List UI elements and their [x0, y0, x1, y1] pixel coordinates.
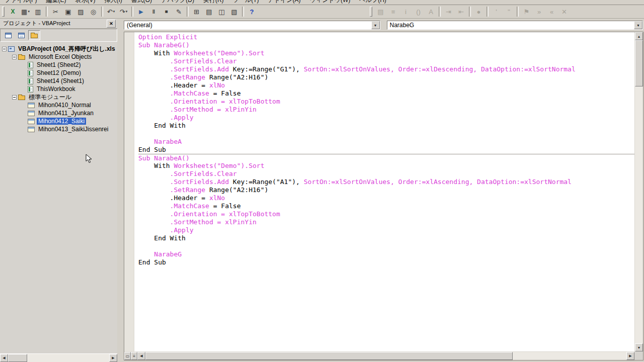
- toolbox-icon[interactable]: ▧: [228, 6, 240, 17]
- scrollbar-track[interactable]: [635, 86, 643, 343]
- tree-item[interactable]: VBAProject (004_再帰呼び出し.xls: [0, 45, 117, 53]
- margin-indicator-bar: [124, 32, 134, 351]
- horizontal-scrollbar[interactable]: ▭ ≡ ◀ ▶: [124, 351, 634, 360]
- collapse-expander-icon[interactable]: [12, 55, 17, 59]
- procedure-view-button[interactable]: ▭: [124, 352, 131, 360]
- help-icon[interactable]: ?: [246, 6, 258, 17]
- menu-item[interactable]: ウィンドウ(W): [305, 0, 355, 5]
- procedure-dropdown-value: NarabeG: [387, 22, 634, 29]
- tree-item[interactable]: Microsoft Excel Objects: [0, 53, 117, 61]
- tree-item[interactable]: Sheet14 (Sheet1): [0, 77, 117, 85]
- scroll-up-button[interactable]: ▲: [635, 32, 643, 40]
- project-horizontal-scrollbar[interactable]: ◀ ▶: [0, 353, 117, 362]
- undo-icon[interactable]: ↶▾: [105, 6, 117, 17]
- code-editor[interactable]: Option ExplicitSub NarabeG() With Worksh…: [134, 32, 634, 351]
- toggle-breakpoint-icon[interactable]: ●: [473, 6, 485, 17]
- full-module-view-button[interactable]: ≡: [131, 352, 137, 360]
- code-line: .SortFields.Clear: [138, 170, 634, 178]
- code-line: .Header = xlNo: [138, 81, 634, 89]
- parameter-info-icon[interactable]: (): [413, 6, 424, 17]
- toolbar-grip[interactable]: [370, 7, 372, 17]
- view-microsoft-excel-icon[interactable]: X: [7, 6, 19, 17]
- quick-info-icon[interactable]: i: [400, 6, 412, 17]
- scroll-left-button[interactable]: ◀: [0, 354, 8, 362]
- menu-item[interactable]: 挿入(I): [100, 0, 126, 5]
- menu-item[interactable]: 編集(E): [41, 0, 70, 5]
- scrollbar-track[interactable]: [8, 354, 109, 362]
- scrollbar-thumb[interactable]: [635, 40, 643, 86]
- code-line: Sub NarabeA(): [138, 154, 634, 162]
- scroll-right-button[interactable]: ▶: [109, 354, 117, 362]
- vertical-scrollbar[interactable]: ▲ ▼: [634, 32, 643, 351]
- toolbar-separator: [487, 7, 489, 17]
- redo-icon[interactable]: ↷▾: [118, 6, 129, 17]
- menu-item[interactable]: ファイル(F): [0, 0, 41, 5]
- insert-userform-icon[interactable]: ▦▾: [20, 6, 31, 17]
- previous-bookmark-icon[interactable]: «: [546, 6, 557, 17]
- view-object-button[interactable]: [15, 30, 27, 40]
- menu-item[interactable]: 書式(O): [127, 0, 156, 5]
- object-browser-icon[interactable]: ◫: [216, 6, 227, 17]
- toggle-bookmark-icon[interactable]: ⚑: [521, 6, 532, 17]
- run-icon[interactable]: ▶: [135, 6, 147, 17]
- tree-item-label: Sheet14 (Sheet1): [35, 77, 86, 84]
- uncomment-block-icon[interactable]: '': [503, 6, 515, 17]
- scrollbar-thumb[interactable]: [8, 354, 27, 362]
- panel-splitter[interactable]: [117, 19, 121, 362]
- properties-window-icon[interactable]: ▤: [203, 6, 215, 17]
- code-line: .SortFields.Clear: [138, 57, 634, 65]
- menu-item[interactable]: デバッグ(D): [156, 0, 199, 5]
- indent-icon[interactable]: ⇥: [443, 6, 454, 17]
- menu-item[interactable]: ツール(T): [228, 0, 264, 5]
- clear-bookmarks-icon[interactable]: ✕: [558, 6, 570, 17]
- design-mode-icon[interactable]: ✎: [173, 6, 185, 17]
- reset-icon[interactable]: ■: [160, 6, 172, 17]
- menu-item[interactable]: 表示(V): [70, 0, 100, 5]
- list-properties-icon[interactable]: ▤: [375, 6, 386, 17]
- project-explorer-icon[interactable]: ⊞: [191, 6, 202, 17]
- scrollbar-thumb[interactable]: [145, 352, 513, 360]
- procedure-dropdown[interactable]: NarabeG ▼: [387, 21, 643, 30]
- cut-icon[interactable]: ✂: [50, 6, 61, 17]
- arrow-right-icon: ▶: [629, 354, 631, 358]
- find-icon[interactable]: ◎: [88, 6, 99, 17]
- outdent-icon[interactable]: ⇤: [455, 6, 467, 17]
- next-bookmark-icon[interactable]: »: [533, 6, 545, 17]
- object-dropdown-button[interactable]: ▼: [371, 21, 380, 29]
- comment-block-icon[interactable]: ': [491, 6, 502, 17]
- menu-item[interactable]: 実行(R): [199, 0, 228, 5]
- menu-item[interactable]: アドイン(A): [263, 0, 305, 5]
- tree-item[interactable]: Mihon0412_Saiki: [0, 117, 117, 125]
- list-constants-icon[interactable]: ≡: [387, 6, 399, 17]
- scroll-down-button[interactable]: ▼: [635, 343, 643, 351]
- toolbar-grip[interactable]: [2, 7, 5, 17]
- scroll-left-button[interactable]: ◀: [137, 352, 145, 360]
- save-icon[interactable]: ▥: [32, 6, 44, 17]
- menu-item[interactable]: ヘルプ(H): [355, 0, 391, 5]
- procedure-dropdown-button[interactable]: ▼: [634, 21, 642, 29]
- scrollbar-track[interactable]: [513, 352, 626, 360]
- toggle-folders-button[interactable]: [28, 30, 40, 40]
- tree-item[interactable]: Mihon0410_Normal: [0, 101, 117, 109]
- tree-item[interactable]: Mihon0413_SaikiJissenrei: [0, 125, 117, 133]
- tree-item[interactable]: Mihon0411_Jyunkan: [0, 109, 117, 117]
- object-dropdown[interactable]: (General) ▼: [124, 21, 380, 30]
- copy-icon[interactable]: ▣: [62, 6, 74, 17]
- workbook-icon: [28, 86, 33, 93]
- tree-item[interactable]: Sheet1 (Sheet2): [0, 61, 117, 69]
- close-button[interactable]: ✕: [107, 20, 116, 28]
- view-code-button[interactable]: [2, 30, 14, 40]
- collapse-expander-icon[interactable]: [12, 95, 17, 100]
- tree-item[interactable]: ThisWorkbook: [0, 85, 117, 93]
- tree-item[interactable]: Sheet12 (Demo): [0, 69, 117, 77]
- procedure-view-icon: ▭: [126, 354, 130, 358]
- collapse-expander-icon[interactable]: [2, 47, 7, 51]
- tree-item[interactable]: 標準モジュール: [0, 93, 117, 101]
- scroll-right-button[interactable]: ▶: [626, 352, 634, 360]
- break-icon[interactable]: ‖: [148, 6, 159, 17]
- toolbar: X▦▾▥✂▣▨◎↶▾↷▾▶‖■✎⊞▤◫▧? ▤≡i()A⇥⇤●'''⚑»«✕: [0, 5, 644, 19]
- complete-word-icon[interactable]: A: [425, 6, 437, 17]
- toolbar-separator: [469, 7, 471, 17]
- standard-toolbar: X▦▾▥✂▣▨◎↶▾↷▾▶‖■✎⊞▤◫▧?: [7, 6, 258, 17]
- paste-icon[interactable]: ▨: [75, 6, 87, 17]
